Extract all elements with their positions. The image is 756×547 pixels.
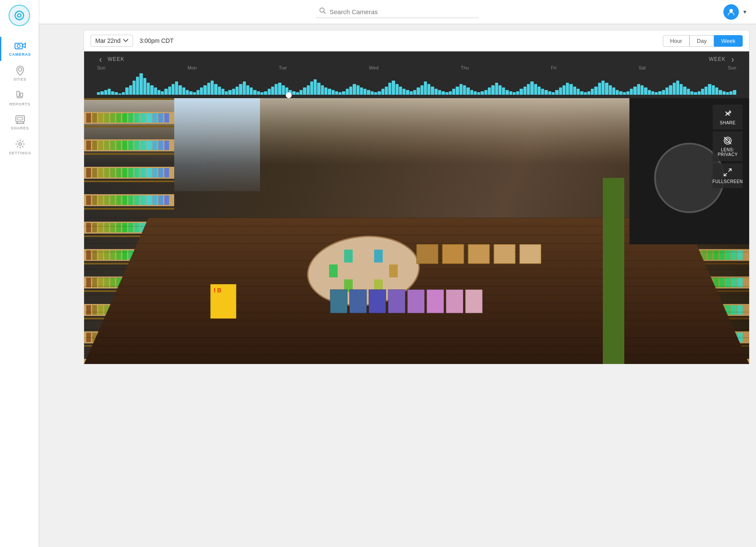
timeline-bar-45[interactable] — [257, 91, 260, 95]
lens-privacy-button[interactable]: LENS: PRIVACY — [713, 132, 743, 161]
timeline-bar-153[interactable] — [641, 85, 644, 95]
share-button[interactable]: SHARE — [713, 105, 743, 129]
timeline-bar-95[interactable] — [435, 89, 438, 95]
timeline-bar-96[interactable] — [438, 90, 441, 95]
timeline-bar-116[interactable] — [509, 91, 512, 95]
timeline-bar-174[interactable] — [715, 87, 718, 95]
timeline-bar-52[interactable] — [282, 85, 285, 95]
timeline-bar-133[interactable] — [569, 84, 572, 95]
timeline-bar-35[interactable] — [221, 89, 224, 95]
timeline-bar-11[interactable] — [136, 77, 139, 95]
timeline-bar-9[interactable] — [129, 85, 132, 95]
sidebar-item-shares[interactable]: SHARES — [0, 111, 39, 135]
fullscreen-button[interactable]: FULLSCREEN — [713, 163, 743, 188]
timeline-bar-144[interactable] — [609, 85, 612, 95]
timeline-bar-25[interactable] — [186, 90, 189, 95]
timeline-bar-125[interactable] — [541, 89, 544, 95]
timeline-bar-150[interactable] — [630, 89, 633, 95]
timeline-bar-78[interactable] — [374, 92, 377, 95]
timeline-bar-109[interactable] — [484, 90, 487, 95]
timeline-bar-69[interactable] — [342, 91, 345, 95]
timeline-bar-157[interactable] — [655, 92, 658, 95]
timeline-bar-30[interactable] — [203, 85, 206, 95]
view-week-button[interactable]: Week — [714, 35, 743, 47]
timeline-bar-129[interactable] — [555, 90, 558, 95]
timeline-bar-63[interactable] — [321, 85, 324, 95]
timeline-bar-13[interactable] — [143, 78, 146, 95]
timeline-bar-10[interactable] — [133, 81, 136, 95]
timeline-bar-103[interactable] — [463, 85, 466, 95]
timeline-bar-80[interactable] — [381, 89, 384, 95]
timeline-bar-100[interactable] — [452, 89, 455, 95]
timeline-bar-20[interactable] — [168, 87, 171, 95]
timeline-bar-1[interactable] — [100, 91, 103, 95]
timeline-bar-29[interactable] — [200, 87, 203, 95]
timeline-bar-18[interactable] — [161, 91, 164, 95]
date-selector[interactable]: Mar 22nd — [91, 35, 133, 47]
timeline-bar-0[interactable] — [97, 92, 100, 95]
timeline-bar-7[interactable] — [122, 92, 125, 95]
view-hour-button[interactable]: Hour — [663, 35, 689, 47]
timeline-bar-93[interactable] — [427, 84, 430, 95]
timeline-bar-165[interactable] — [683, 87, 686, 95]
timeline-bar-43[interactable] — [250, 87, 253, 95]
timeline-bar-65[interactable] — [328, 89, 331, 95]
timeline-bar-98[interactable] — [445, 92, 448, 95]
timeline-bar-33[interactable] — [214, 84, 217, 95]
timeline-bar-50[interactable] — [275, 84, 278, 95]
timeline-bar-28[interactable] — [197, 90, 200, 95]
timeline-bar-62[interactable] — [317, 83, 320, 95]
timeline-bar-146[interactable] — [616, 90, 619, 95]
timeline-bar-8[interactable] — [125, 87, 128, 95]
timeline-bar-37[interactable] — [228, 90, 231, 95]
timeline-bar-152[interactable] — [637, 84, 640, 95]
timeline-bar-169[interactable] — [698, 91, 701, 95]
timeline-bar-61[interactable] — [314, 79, 317, 95]
timeline-bar-66[interactable] — [332, 90, 335, 95]
timeline-bar-173[interactable] — [712, 85, 715, 95]
timeline-bar-156[interactable] — [651, 91, 654, 95]
timeline-bar-155[interactable] — [648, 90, 651, 95]
timeline-scrubber[interactable] — [286, 92, 292, 98]
timeline-bar-70[interactable] — [346, 89, 349, 95]
timeline-bar-166[interactable] — [687, 89, 690, 95]
timeline-bar-121[interactable] — [527, 84, 530, 95]
timeline-bar-137[interactable] — [584, 92, 587, 95]
timeline-bar-140[interactable] — [594, 87, 597, 95]
timeline-bar-108[interactable] — [481, 91, 484, 95]
timeline-bar-82[interactable] — [388, 83, 391, 95]
sidebar-item-sites[interactable]: SITES — [0, 61, 39, 86]
timeline-bar-17[interactable] — [157, 90, 160, 95]
timeline-bar-154[interactable] — [644, 87, 647, 95]
timeline-bar-161[interactable] — [669, 85, 672, 95]
timeline-bar-79[interactable] — [378, 91, 381, 95]
timeline-bar-83[interactable] — [392, 81, 395, 95]
timeline-bar-105[interactable] — [470, 90, 473, 95]
timeline-bar-23[interactable] — [178, 85, 181, 95]
timeline-bar-26[interactable] — [189, 91, 192, 95]
timeline-bar-2[interactable] — [104, 90, 107, 95]
timeline-bar-41[interactable] — [243, 81, 246, 95]
timeline-bar-91[interactable] — [420, 85, 423, 95]
timeline-bar-12[interactable] — [139, 73, 142, 95]
timeline-bar-55[interactable] — [292, 91, 295, 95]
timeline-bar-51[interactable] — [278, 83, 281, 95]
timeline-bar-42[interactable] — [246, 85, 249, 95]
timeline-bar-15[interactable] — [150, 85, 153, 95]
timeline-bar-24[interactable] — [182, 87, 185, 95]
timeline-bar-36[interactable] — [225, 91, 228, 95]
timeline-prev-button[interactable]: ‹ — [97, 55, 104, 63]
timeline-bar-178[interactable] — [729, 91, 732, 95]
sidebar-item-settings[interactable]: SETTINGS — [0, 135, 39, 159]
timeline-bar-4[interactable] — [111, 91, 114, 95]
timeline-bar-107[interactable] — [477, 92, 480, 95]
timeline-bar-81[interactable] — [385, 87, 388, 95]
timeline-bar-102[interactable] — [460, 84, 463, 95]
timeline-bar-72[interactable] — [353, 84, 356, 95]
user-avatar[interactable] — [723, 4, 739, 20]
timeline-bar-74[interactable] — [360, 87, 363, 95]
timeline-bar-117[interactable] — [513, 92, 516, 95]
timeline-bar-44[interactable] — [253, 90, 256, 95]
timeline-bar-68[interactable] — [339, 92, 342, 95]
timeline-bar-134[interactable] — [573, 87, 576, 95]
